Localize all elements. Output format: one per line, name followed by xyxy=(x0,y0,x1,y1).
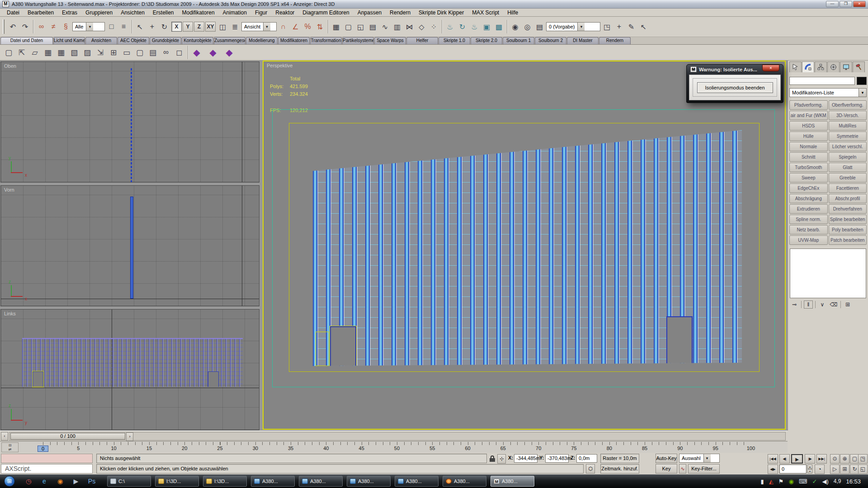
menu-item[interactable]: Diagramm Editoren xyxy=(298,9,353,16)
hierarchy-tab[interactable] xyxy=(815,61,827,72)
time-configuration-button[interactable]: ◔ xyxy=(815,465,825,474)
set-key-button[interactable]: Key einst. xyxy=(656,464,677,474)
firefox-icon[interactable]: ◉ xyxy=(56,477,65,486)
quick-render-icon[interactable]: ♨ xyxy=(469,21,480,33)
menu-item[interactable]: MAX Script xyxy=(468,9,503,16)
toolbar-tab[interactable]: Konturobjekte xyxy=(182,37,213,44)
make-unique-icon[interactable]: ∨ xyxy=(818,300,827,309)
selection-lock-icon[interactable] xyxy=(490,455,495,462)
rectangular-selection-region-icon[interactable]: □ xyxy=(106,21,117,33)
modifier-button[interactable]: UVW-Map xyxy=(789,235,828,245)
clock[interactable]: 16:53 xyxy=(846,478,861,485)
dialog-close-button[interactable]: × xyxy=(762,65,779,71)
layer-dropdown[interactable]: 0 (Vorgabe) ▼ xyxy=(546,22,600,31)
save-plus-icon[interactable]: ▦ xyxy=(55,47,67,58)
modifier-button[interactable]: Glatt xyxy=(829,163,867,172)
percent-snap-icon[interactable]: % xyxy=(302,21,313,33)
page-import-icon[interactable]: ⇱ xyxy=(16,47,28,58)
menu-item[interactable]: Reaktor xyxy=(271,9,298,16)
toolbar-tab[interactable]: Grundobjekte xyxy=(150,37,181,44)
task-button[interactable]: A380... xyxy=(395,476,439,487)
rendered-frame-icon[interactable]: ↻ xyxy=(457,21,468,33)
door-opening[interactable] xyxy=(666,316,693,366)
schematic-view-icon[interactable]: ◳ xyxy=(601,21,613,33)
show-end-result-icon[interactable]: ‖ xyxy=(804,300,813,309)
pin-stack-icon[interactable]: ⊸ xyxy=(790,300,799,309)
field-of-view-icon[interactable]: ▷ xyxy=(830,465,840,474)
menu-item[interactable]: Modifikatoren xyxy=(178,9,219,16)
modifier-button[interactable]: 3D-Versch. xyxy=(829,111,867,120)
chevron-down-icon[interactable]: ▼ xyxy=(86,23,93,31)
time-slider-track[interactable]: 0 / 100 › xyxy=(9,432,786,441)
object-color-swatch[interactable] xyxy=(857,77,867,85)
spinner-snap-icon[interactable]: ⇅ xyxy=(314,21,326,33)
reference-book-icon[interactable]: ◆ xyxy=(191,47,203,58)
task-button[interactable]: C:\ xyxy=(107,476,151,487)
modifier-button[interactable]: Facettieren xyxy=(829,183,867,193)
redo-icon[interactable]: ↷ xyxy=(19,21,31,33)
next-frame-button[interactable]: |▶ xyxy=(805,454,815,464)
pan-view-icon[interactable]: ⊞ xyxy=(840,465,849,474)
link-file-icon[interactable]: ∞ xyxy=(160,47,172,58)
close-button[interactable]: × xyxy=(853,1,866,7)
viewport-perspective[interactable]: Perspektive Total Polys:421.599 Verts:23… xyxy=(263,61,786,430)
modifier-button[interactable]: Hülle xyxy=(789,131,828,141)
toolbar-tab[interactable]: Transformation xyxy=(310,37,342,44)
modifier-button[interactable]: Spline bearbeiten xyxy=(829,215,867,224)
flag-tray-icon[interactable]: ⚑ xyxy=(778,478,784,485)
volume-tray-icon[interactable]: ◀) xyxy=(822,478,828,485)
mirror-icon[interactable]: ◫ xyxy=(217,21,228,33)
motion-tab[interactable] xyxy=(827,61,840,72)
modifier-button[interactable]: HSDS xyxy=(789,121,828,131)
modifier-stack-list[interactable] xyxy=(790,249,866,298)
select-object-icon[interactable]: ↖ xyxy=(134,21,146,33)
x-coordinate-field[interactable]: -344,485m xyxy=(514,454,538,463)
world-axis-toggle-icon[interactable]: ⬡ xyxy=(586,464,595,474)
display-tab[interactable] xyxy=(840,61,852,72)
axis-y-button[interactable]: Y xyxy=(183,22,193,32)
modifier-button[interactable]: Spline norm. xyxy=(789,215,828,224)
wall-object-top-view[interactable] xyxy=(131,68,132,183)
selection-range-icon[interactable]: ⇄ xyxy=(9,447,12,451)
toolbar-tab[interactable]: Zusammengesetzt xyxy=(214,37,245,44)
named-selection-sets-icon[interactable]: ▦ xyxy=(330,21,342,33)
material-editor-icon[interactable]: ▩ xyxy=(493,21,505,33)
key-filters-button[interactable]: Key-Filter... xyxy=(688,464,720,474)
render-setup-icon[interactable]: ♨ xyxy=(444,21,456,33)
preview-icon[interactable]: ▭ xyxy=(121,47,132,58)
modifier-button[interactable]: Sweep xyxy=(789,173,828,183)
toolbar-tab[interactable]: Modifikatoren xyxy=(278,37,310,44)
toolbar-tab[interactable]: Skripte 1.0 xyxy=(439,37,470,44)
viewport-perspective-label[interactable]: Perspektive xyxy=(267,63,292,68)
add-icon[interactable]: + xyxy=(613,21,625,33)
exit-isolation-mode-button[interactable]: Isolierungsmodus beenden xyxy=(697,82,773,93)
start-button[interactable]: ⊞ xyxy=(4,476,15,487)
minimize-button[interactable]: — xyxy=(826,1,839,7)
mirror-tools-icon[interactable]: ⋈ xyxy=(404,21,415,33)
time-slider-thumb[interactable]: 0 / 100 xyxy=(10,433,125,440)
photoshop-icon[interactable]: Ps xyxy=(87,477,96,486)
modifier-button[interactable]: Löcher verschl. xyxy=(829,142,867,151)
modifier-button[interactable]: Patch bearbeiten xyxy=(829,235,867,245)
selection-set-dropdown[interactable]: Auswahl ▼ xyxy=(679,454,720,463)
toolbar-tab[interactable]: AEC Objekte xyxy=(118,37,149,44)
modifier-button[interactable]: Normale xyxy=(789,142,828,151)
usb-tray-icon[interactable]: ✓ xyxy=(812,478,817,485)
zoom-all-icon[interactable]: ⊕ xyxy=(840,454,849,464)
chevron-down-icon[interactable]: ▼ xyxy=(703,454,711,462)
toolbar-tab[interactable]: Helfer xyxy=(406,37,438,44)
modifier-button[interactable]: Extrudieren xyxy=(789,204,828,214)
align-icon[interactable]: ≣ xyxy=(229,21,241,33)
task-button[interactable]: A380... xyxy=(347,476,391,487)
task-button[interactable]: A380... xyxy=(251,476,295,487)
toolbar-tab[interactable]: Partikelsysteme xyxy=(342,37,374,44)
modifier-button[interactable]: Symmetrie xyxy=(829,131,867,141)
modifier-button[interactable]: Drehverfahren xyxy=(829,204,867,214)
curve-editor-icon[interactable]: ∿ xyxy=(379,21,391,33)
add-time-tag[interactable]: Zeitmark. hinzuf. xyxy=(600,464,639,474)
menu-item[interactable]: Bearbeiten xyxy=(24,9,58,16)
nvidia-tray-icon[interactable]: ◉ xyxy=(788,478,793,485)
task-button[interactable]: A380... xyxy=(491,476,534,487)
modifier-button[interactable]: air and Fur (WKM xyxy=(789,111,828,120)
track-view-icon[interactable]: ▤ xyxy=(367,21,378,33)
